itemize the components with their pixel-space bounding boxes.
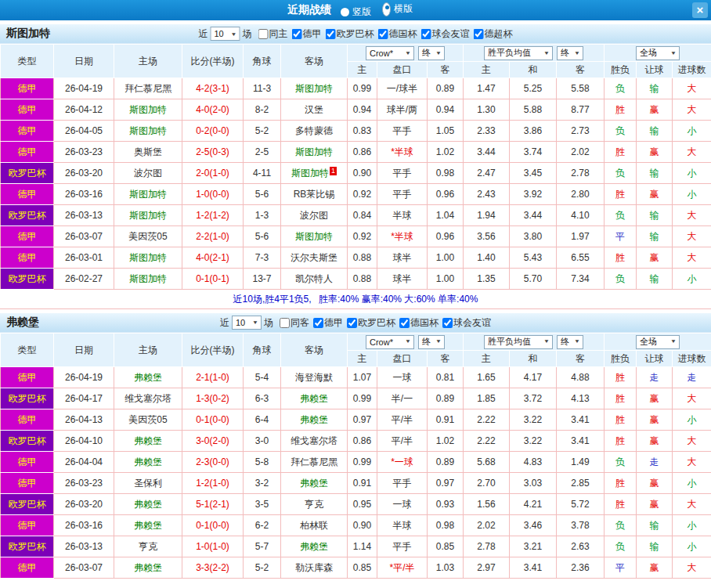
away-team-name[interactable]: 弗赖堡 (300, 393, 328, 404)
euro-home-odds-cell: 2.22 (464, 409, 510, 431)
match-away-cell: 汉堡 (281, 99, 348, 121)
checkbox-input[interactable] (258, 29, 269, 39)
away-team-name[interactable]: 斯图加特 (295, 83, 333, 94)
away-team-name[interactable]: 沃尔夫斯堡 (291, 252, 337, 263)
home-team-name[interactable]: 斯图加特 (129, 252, 167, 263)
euro-final-select[interactable]: 终▼ (557, 46, 583, 60)
home-team-name[interactable]: 美因茨05 (128, 414, 167, 425)
asian-final-select[interactable]: 终▼ (418, 46, 445, 60)
home-team-name[interactable]: 圣保利 (134, 478, 162, 489)
away-team-name[interactable]: 波尔图 (300, 210, 328, 221)
home-team-name[interactable]: 斯图加特 (129, 189, 167, 200)
filter-checkbox-same-away[interactable]: 同客 (280, 316, 309, 330)
away-team-name[interactable]: 拜仁慕尼黑 (291, 456, 337, 467)
euro-draw-odds-cell: 3.22 (510, 409, 557, 431)
match-away-cell: 弗赖堡 (281, 473, 348, 494)
home-team-name[interactable]: 弗赖堡 (134, 372, 162, 383)
home-team-name[interactable]: 弗赖堡 (134, 435, 162, 446)
checkbox-input[interactable] (399, 318, 410, 328)
filter-checkbox-german-supercup[interactable]: 德超杯 (474, 27, 513, 41)
home-team-name[interactable]: 弗赖堡 (134, 456, 162, 467)
home-team-name[interactable]: 弗赖堡 (134, 520, 162, 531)
games-label: 场 (243, 27, 252, 41)
checkbox-input[interactable] (347, 318, 357, 328)
filter-checkbox-europa-league[interactable]: 欧罗巴杯 (347, 316, 395, 330)
checkbox-input[interactable] (378, 29, 388, 39)
bookmaker-select[interactable]: Crow*▼ (366, 335, 414, 349)
home-team-name[interactable]: 拜仁慕尼黑 (125, 83, 171, 94)
away-team-name[interactable]: 多特蒙德 (295, 125, 333, 136)
recent-count-select[interactable]: 10▼ (232, 316, 262, 330)
home-team-name[interactable]: 亨克 (139, 541, 157, 552)
away-team-name[interactable]: RB莱比锡 (294, 189, 335, 200)
away-team-name[interactable]: 弗赖堡 (300, 478, 328, 489)
asian-away-odds-cell: 0.89 (428, 78, 464, 99)
recent-count-select[interactable]: 10▼ (211, 27, 240, 41)
filter-checkbox-german-cup[interactable]: 德国杯 (399, 316, 439, 330)
away-team-name[interactable]: 维戈塞尔塔 (291, 435, 337, 446)
home-team-name[interactable]: 斯图加特 (129, 104, 167, 115)
bookmaker-select[interactable]: Crow*▼ (366, 46, 414, 60)
checkbox-input[interactable] (442, 318, 453, 328)
goals-result-cell: 小 (673, 409, 711, 431)
away-team-name[interactable]: 勒沃库森 (295, 562, 333, 573)
away-team-name[interactable]: 斯图加特 (291, 168, 329, 179)
checkbox-input[interactable] (326, 29, 336, 39)
away-team-name[interactable]: 柏林联 (300, 520, 328, 531)
filter-checkbox-german-cup[interactable]: 德国杯 (378, 27, 417, 41)
fullmatch-select[interactable]: 全场▼ (636, 46, 680, 60)
match-home-cell: 弗赖堡 (114, 557, 182, 579)
away-team-name[interactable]: 弗赖堡 (300, 541, 328, 552)
filter-checkbox-same-home[interactable]: 同主 (258, 27, 288, 41)
match-corners-cell: 3-5 (244, 494, 281, 515)
away-team-name[interactable]: 斯图加特 (295, 146, 333, 157)
match-date-cell: 26-04-05 (54, 121, 114, 142)
handicap-result-cell: 输 (637, 226, 673, 247)
home-team-name[interactable]: 美因茨05 (128, 231, 167, 242)
euro-away-odds-cell: 5.72 (557, 494, 605, 515)
close-button[interactable]: × (692, 2, 708, 18)
radio-vertical[interactable]: 竖版 (341, 5, 371, 19)
checkbox-input[interactable] (292, 29, 302, 39)
away-team-name[interactable]: 斯图加特 (295, 231, 333, 242)
away-team-name[interactable]: 弗赖堡 (300, 414, 328, 425)
filter-checkbox-club-friendly[interactable]: 球会友谊 (442, 316, 491, 330)
match-type-cell: 德甲 (1, 247, 54, 269)
match-row: 欧罗巴杯26-02-27斯图加特0-1(0-1)13-7凯尔特人0.88球半1.… (1, 269, 711, 290)
euro-average-select[interactable]: 胜平负均值▼ (484, 335, 553, 349)
radio-horizontal[interactable]: 横版 (382, 2, 413, 16)
handicap-result-cell: 输 (637, 121, 673, 142)
away-team-name[interactable]: 海登海默 (295, 372, 333, 383)
asian-away-odds-cell: 0.98 (428, 163, 464, 184)
filter-checkbox-bundesliga[interactable]: 德甲 (292, 27, 322, 41)
home-team-name[interactable]: 维戈塞尔塔 (125, 393, 171, 404)
home-team-name[interactable]: 弗赖堡 (134, 562, 162, 573)
match-corners-cell: 2-5 (244, 142, 281, 163)
euro-average-select[interactable]: 胜平负均值▼ (484, 46, 553, 60)
checkbox-input[interactable] (313, 318, 323, 328)
euro-final-select[interactable]: 终▼ (557, 335, 583, 349)
asian-away-odds-cell: 0.89 (428, 452, 464, 473)
home-team-name[interactable]: 弗赖堡 (134, 499, 162, 510)
euro-home-odds-cell: 2.70 (464, 473, 510, 494)
filter-checkbox-bundesliga[interactable]: 德甲 (313, 316, 343, 330)
away-team-name[interactable]: 亨克 (305, 499, 323, 510)
asian-away-odds-cell: 0.94 (428, 99, 464, 121)
home-team-name[interactable]: 奥斯堡 (134, 146, 162, 157)
away-team-name[interactable]: 汉堡 (305, 104, 323, 115)
filter-checkbox-club-friendly[interactable]: 球会友谊 (421, 27, 470, 41)
fullmatch-select[interactable]: 全场▼ (636, 335, 680, 349)
checkbox-input[interactable] (280, 318, 290, 328)
home-team-name[interactable]: 波尔图 (134, 168, 162, 179)
checkbox-input[interactable] (474, 29, 484, 39)
euro-home-odds-cell: 3.44 (464, 142, 510, 163)
checkbox-input[interactable] (421, 29, 431, 39)
home-team-name[interactable]: 斯图加特 (129, 210, 167, 221)
away-team-name[interactable]: 凯尔特人 (295, 273, 333, 284)
match-score-cell: 2-5(0-3) (182, 142, 244, 163)
asian-final-select[interactable]: 终▼ (418, 335, 445, 349)
asian-handicap-cell: *半球 (377, 142, 428, 163)
home-team-name[interactable]: 斯图加特 (129, 125, 167, 136)
home-team-name[interactable]: 斯图加特 (129, 273, 167, 284)
filter-checkbox-europa-league[interactable]: 欧罗巴杯 (326, 27, 374, 41)
